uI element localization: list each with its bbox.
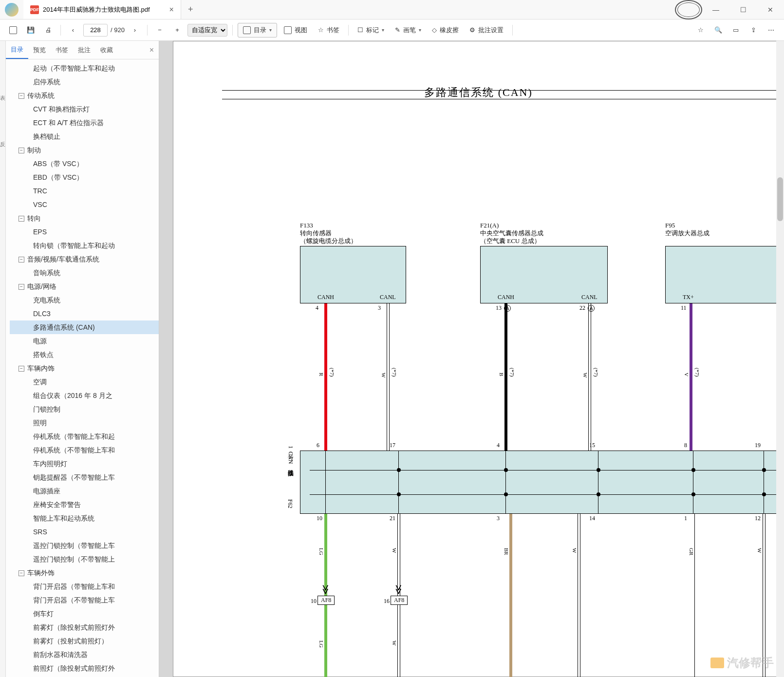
outline-item[interactable]: −转向 bbox=[10, 211, 159, 225]
outline-item[interactable]: 前雾灯（除投射式前照灯外 bbox=[10, 621, 159, 634]
outline-label: 停机系统（带智能上车和起 bbox=[33, 433, 115, 440]
eraser-button[interactable]: ◇橡皮擦 bbox=[428, 23, 463, 38]
tree-toggle-icon[interactable]: − bbox=[19, 366, 24, 372]
tab-close-icon[interactable]: × bbox=[169, 5, 174, 14]
watermark: 汽修帮手 bbox=[710, 655, 774, 671]
outline-item[interactable]: 前照灯（投射式前照灯） bbox=[10, 675, 159, 677]
outline-item[interactable]: 组合仪表（2016 年 8 月之 bbox=[10, 389, 159, 402]
page-number-input[interactable] bbox=[83, 24, 108, 37]
outline-item[interactable]: CVT 和换档指示灯 bbox=[10, 102, 159, 116]
outline-tree[interactable]: 起动（不带智能上车和起动启停系统−传动系统CVT 和换档指示灯ECT 和 A/T… bbox=[6, 59, 159, 677]
outline-item[interactable]: 多路通信系统 (CAN) bbox=[10, 320, 159, 334]
search-button[interactable]: 🔍 bbox=[711, 23, 726, 38]
toc-dropdown-button[interactable]: 目录 ▾ bbox=[238, 23, 277, 38]
side-tab-favorite[interactable]: 收藏 bbox=[95, 41, 118, 59]
outline-item[interactable]: 照明 bbox=[10, 416, 159, 430]
side-tab-annotate[interactable]: 批注 bbox=[73, 41, 95, 59]
wire bbox=[324, 303, 327, 451]
wire bbox=[509, 514, 512, 677]
zoom-in-button[interactable]: + bbox=[170, 23, 185, 38]
outline-item[interactable]: −音频/视频/车载通信系统 bbox=[10, 252, 159, 266]
tree-toggle-icon[interactable]: − bbox=[19, 570, 24, 576]
tree-toggle-icon[interactable]: − bbox=[19, 216, 24, 222]
new-tab-button[interactable]: + bbox=[181, 4, 200, 15]
outline-item[interactable]: 空调 bbox=[10, 375, 159, 389]
mark-button[interactable]: ☐标记▾ bbox=[354, 23, 388, 38]
outline-label: 转向锁（带智能上车和起动 bbox=[33, 242, 115, 249]
outline-item[interactable]: 启停系统 bbox=[10, 75, 159, 89]
outline-item[interactable]: 背门开启器（不带智能上车 bbox=[10, 593, 159, 607]
outline-item[interactable]: 钥匙提醒器（不带智能上车 bbox=[10, 470, 159, 484]
more-button[interactable]: ⋯ bbox=[764, 23, 778, 38]
tree-toggle-icon[interactable]: − bbox=[19, 93, 24, 99]
outline-item[interactable]: SRS bbox=[10, 525, 159, 539]
share-button[interactable]: ⇪ bbox=[746, 23, 761, 38]
outline-item[interactable]: 前雾灯（投射式前照灯） bbox=[10, 634, 159, 648]
tree-toggle-icon[interactable]: − bbox=[19, 257, 24, 263]
outline-item[interactable]: 电源插座 bbox=[10, 484, 159, 498]
app-icon[interactable] bbox=[5, 3, 19, 17]
outline-item[interactable]: 停机系统（不带智能上车和 bbox=[10, 443, 159, 457]
outline-item[interactable]: 音响系统 bbox=[10, 266, 159, 280]
zoom-select[interactable]: 自适应宽 bbox=[187, 24, 227, 37]
outline-item[interactable]: 车内照明灯 bbox=[10, 457, 159, 470]
bus-pin-bottom: 1 bbox=[684, 515, 687, 522]
tree-toggle-icon[interactable]: − bbox=[19, 284, 24, 290]
outline-item[interactable]: 背门开启器（带智能上车和 bbox=[10, 580, 159, 593]
outline-item[interactable]: 遥控门锁控制（带智能上车 bbox=[10, 539, 159, 552]
outline-item[interactable]: 遥控门锁控制（不带智能上 bbox=[10, 552, 159, 566]
outline-item[interactable]: 搭铁点 bbox=[10, 348, 159, 361]
close-button[interactable]: ✕ bbox=[757, 0, 784, 19]
outline-item[interactable]: VSC bbox=[10, 198, 159, 211]
scrollbar-thumb[interactable] bbox=[777, 177, 783, 221]
side-tab-preview[interactable]: 预览 bbox=[28, 41, 51, 59]
tree-toggle-icon[interactable]: − bbox=[19, 148, 24, 153]
outline-item[interactable]: −传动系统 bbox=[10, 89, 159, 102]
outline-item[interactable]: −制动 bbox=[10, 143, 159, 157]
vertical-scrollbar[interactable] bbox=[776, 41, 784, 677]
minimize-button[interactable]: — bbox=[702, 0, 729, 19]
view-button[interactable]: 视图 bbox=[280, 23, 311, 38]
settings-icon[interactable] bbox=[675, 0, 702, 19]
outline-item[interactable]: DLC3 bbox=[10, 307, 159, 320]
outline-item[interactable]: 起动（不带智能上车和起动 bbox=[10, 61, 159, 75]
bus-pin-bottom: 21 bbox=[390, 515, 395, 522]
outline-item[interactable]: −车辆外饰 bbox=[10, 566, 159, 580]
outline-item[interactable]: 前照灯（除投射式前照灯外 bbox=[10, 661, 159, 675]
outline-item[interactable]: 换档锁止 bbox=[10, 130, 159, 143]
side-tab-toc[interactable]: 目录 bbox=[6, 41, 28, 59]
bookmark-button[interactable]: ☆书签 bbox=[314, 23, 343, 38]
outline-item[interactable]: 倒车灯 bbox=[10, 607, 159, 621]
panel-button[interactable]: ▭ bbox=[728, 23, 743, 38]
content-viewport[interactable]: ⌃ 多路通信系统 (CAN) F133转向传感器（螺旋电缆分总成）CANH4R(… bbox=[159, 41, 784, 677]
zoom-out-button[interactable]: − bbox=[152, 23, 167, 38]
open-file-button[interactable] bbox=[6, 23, 20, 38]
outline-item[interactable]: 前刮水器和清洗器 bbox=[10, 648, 159, 661]
side-tab-bookmark[interactable]: 书签 bbox=[51, 41, 73, 59]
outline-item[interactable]: EBD（带 VSC） bbox=[10, 170, 159, 184]
outline-item[interactable]: EPS bbox=[10, 225, 159, 239]
brush-button[interactable]: ✎画笔▾ bbox=[391, 23, 425, 38]
sidebar-close-icon[interactable]: × bbox=[145, 46, 159, 55]
wire-color-label: W bbox=[381, 373, 387, 377]
star-button[interactable]: ☆ bbox=[693, 23, 708, 38]
outline-item[interactable]: ABS（带 VSC） bbox=[10, 157, 159, 170]
outline-item[interactable]: 转向锁（带智能上车和起动 bbox=[10, 239, 159, 252]
outline-item[interactable]: −车辆内饰 bbox=[10, 361, 159, 375]
annotate-settings-button[interactable]: ⚙批注设置 bbox=[466, 23, 507, 38]
outline-item[interactable]: 门锁控制 bbox=[10, 402, 159, 416]
outline-item[interactable]: 智能上车和起动系统 bbox=[10, 511, 159, 525]
outline-item[interactable]: 停机系统（带智能上车和起 bbox=[10, 430, 159, 443]
outline-item[interactable]: 座椅安全带警告 bbox=[10, 498, 159, 511]
document-tab[interactable]: PDF 2014年丰田威驰雅力士致炫电路图.pdf × bbox=[23, 0, 181, 19]
maximize-button[interactable]: ☐ bbox=[729, 0, 757, 19]
prev-page-button[interactable]: ‹ bbox=[66, 23, 80, 38]
outline-item[interactable]: ECT 和 A/T 档位指示器 bbox=[10, 116, 159, 130]
save-button[interactable]: 💾 bbox=[23, 23, 38, 38]
print-button[interactable]: 🖨 bbox=[41, 23, 56, 38]
outline-item[interactable]: −电源/网络 bbox=[10, 280, 159, 293]
outline-item[interactable]: 充电系统 bbox=[10, 293, 159, 307]
outline-item[interactable]: TRC bbox=[10, 184, 159, 198]
next-page-button[interactable]: › bbox=[128, 23, 142, 38]
outline-item[interactable]: 电源 bbox=[10, 334, 159, 348]
